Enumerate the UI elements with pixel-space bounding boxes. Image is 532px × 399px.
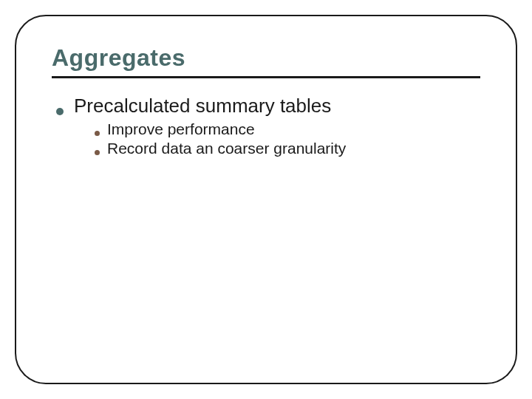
level2-text: Improve performance: [107, 120, 255, 138]
level2-text: Record data an coarser granularity: [107, 140, 346, 157]
circle-bullet-icon: [56, 108, 64, 115]
level1-text: Precalculated summary tables: [74, 95, 331, 117]
slide-title: Aggregates: [52, 44, 480, 78]
level2-group: Improve performance Record data an coars…: [95, 120, 480, 157]
bullet-level2: Improve performance: [95, 120, 480, 138]
circle-bullet-icon: [95, 131, 100, 136]
circle-bullet-icon: [95, 150, 100, 155]
bullet-level2: Record data an coarser granularity: [95, 140, 480, 157]
bullet-level1: Precalculated summary tables: [56, 95, 480, 117]
slide-frame: Aggregates Precalculated summary tables …: [15, 15, 517, 384]
